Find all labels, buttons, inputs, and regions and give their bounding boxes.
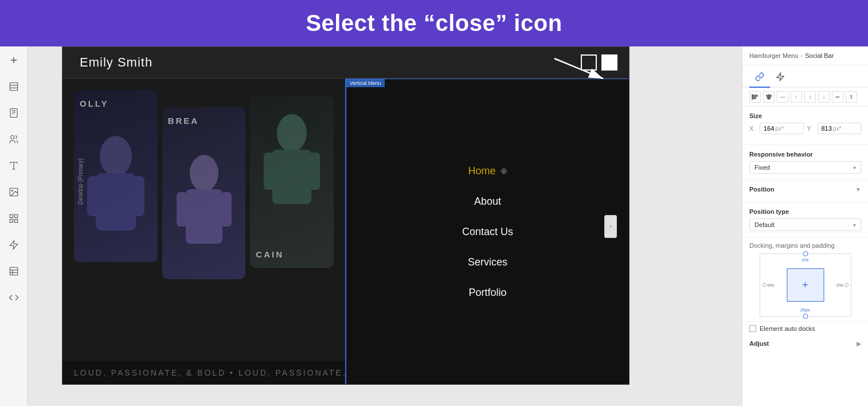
nav-item-portfolio[interactable]: Portfolio [346,278,629,308]
docking-title: Docking, margins and padding [749,242,861,249]
svg-marker-18 [10,241,18,249]
tab-interactions[interactable] [770,69,791,88]
vertical-menu-label: Vertical Menu [346,79,385,87]
docking-label-left: 0% [768,283,775,288]
card-label-top-0: OLLY [80,99,109,108]
svg-rect-26 [96,173,136,231]
responsive-title: Responsive behavior [749,151,861,158]
align-bottom-btn[interactable]: ↓ [818,91,830,103]
position-type-select[interactable]: Default ▾ [749,218,861,231]
svg-point-9 [10,135,14,139]
position-chevron: ▼ [855,186,861,193]
svg-rect-35 [264,153,274,190]
svg-rect-15 [14,214,17,217]
main-area: Desktop (Primary) › Emily Smith [0,46,868,406]
position-section: Position ▼ [742,180,868,202]
docking-dot-left [763,283,767,287]
members-icon[interactable] [6,131,22,147]
docking-section: Docking, margins and padding 0% 0% 0% + [742,237,868,322]
code-icon[interactable] [6,290,22,306]
x-field-row: X 164 px* Y 813 px* [749,123,861,134]
right-panel: Hamburger Menu › Social Bar [742,46,868,406]
layers-icon[interactable] [6,79,22,95]
auto-docks-checkbox[interactable] [749,325,756,332]
svg-rect-32 [221,192,232,227]
media-icon[interactable] [6,184,22,200]
nav-item-contact[interactable]: Contact Us [346,217,629,247]
svg-rect-40 [753,97,756,99]
nav-item-home-label: Home [468,165,495,177]
docking-dot-top [803,251,808,256]
docking-plus-icon[interactable]: + [802,279,808,291]
responsive-select[interactable]: Fixed ▾ [749,161,861,174]
svg-point-29 [190,155,218,192]
align-middle-btn[interactable]: ↕ [804,91,816,103]
align-right-btn[interactable]: — [777,91,788,103]
position-type-title: Position type [749,208,861,215]
svg-rect-36 [310,153,320,190]
svg-point-13 [11,190,13,191]
instruction-banner: Select the “close” icon [0,0,868,46]
docking-dot-bottom [803,314,808,319]
desktop-label: Desktop (Primary) [77,158,84,205]
svg-rect-28 [133,176,144,216]
svg-point-25 [100,136,132,176]
position-title: Position ▼ [749,186,861,193]
adjust-row[interactable]: Adjust ▶ [742,335,868,352]
nav-item-about[interactable]: About [346,186,629,217]
align-distribute-h-btn[interactable]: ⇔ [832,91,843,103]
size-title: Size [749,112,861,119]
align-distribute-v-btn[interactable]: ⇕ [846,91,857,103]
preview-right: Vertical Menu Home ⊕ About Contact Us [345,79,629,384]
position-type-chevron: ▾ [853,222,856,228]
breadcrumb: Hamburger Menu › Social Bar [742,46,868,65]
breadcrumb-parent: Hamburger Menu [749,52,799,59]
database-icon[interactable] [6,263,22,279]
text-icon[interactable] [6,158,22,174]
page-icon[interactable] [6,105,22,121]
card-label-bottom-2: CAIN [256,249,284,259]
docking-inner-box: + [787,268,824,302]
preview-header: Emily Smith [62,47,629,79]
image-card-1: BREA [162,107,246,279]
responsive-chevron: ▾ [853,165,856,171]
image-grid: OLLY BREA [62,79,345,274]
svg-rect-30 [186,189,222,244]
nav-item-home[interactable]: Home ⊕ [346,156,629,186]
add-icon[interactable] [6,52,22,68]
move-icon: ⊕ [501,166,507,175]
svg-rect-16 [10,220,13,222]
svg-rect-31 [177,192,187,227]
close-icon-box[interactable] [581,54,597,71]
y-input[interactable]: 813 px* [818,123,862,134]
nav-item-portfolio-label: Portfolio [468,287,506,299]
preview-left: OLLY BREA [62,79,345,384]
responsive-section: Responsive behavior Fixed ▾ [742,145,868,180]
expand-panel-button[interactable]: › [604,215,617,238]
docking-label-top: 0% [802,257,809,263]
y-label: Y [807,125,814,132]
nav-item-contact-label: Contact Us [462,226,513,238]
svg-rect-27 [87,176,99,216]
x-input[interactable]: 164 px* [760,123,804,134]
close-icon[interactable] [601,54,617,71]
svg-rect-14 [10,214,13,217]
svg-rect-39 [753,95,757,96]
align-left-btn[interactable] [749,91,761,103]
image-card-0: OLLY [74,90,158,262]
docking-dot-right [844,283,849,287]
header-right [581,54,617,71]
align-top-btn[interactable]: ↑ [791,91,802,103]
align-tools: — ↑ ↕ ↓ ⇔ ⇕ [742,88,868,107]
canvas-area: Desktop (Primary) › Emily Smith [28,46,742,406]
nav-item-services[interactable]: Services [346,247,629,278]
apps-icon[interactable] [6,210,22,227]
x-label: X [749,125,756,132]
breadcrumb-current: Social Bar [805,52,834,59]
align-center-h-btn[interactable] [763,91,775,103]
interactions-icon[interactable] [6,237,22,253]
svg-rect-17 [14,220,17,222]
scroll-text: LOUD, PASSIONATE, & BOLD • LOUD, PASSION… [62,368,345,377]
tab-link[interactable] [749,69,770,88]
docking-right: 0% [836,283,849,288]
